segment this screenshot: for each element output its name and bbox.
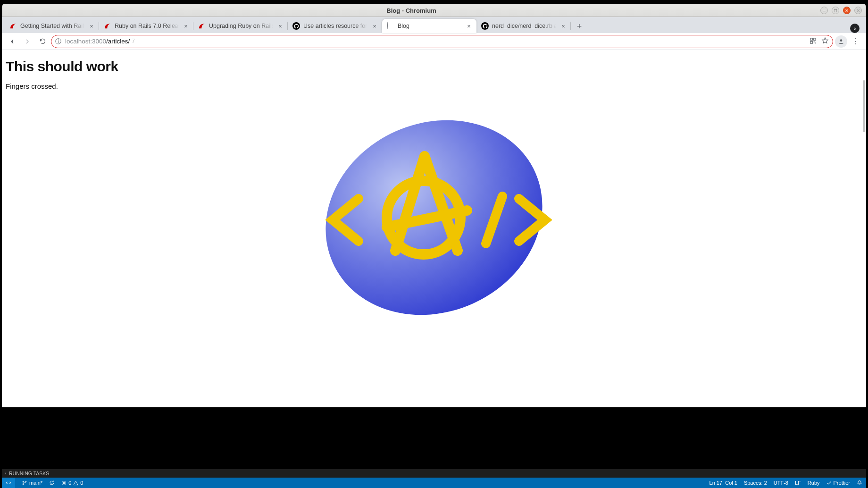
browser-tab[interactable]: Blog× bbox=[382, 19, 476, 33]
browser-tab[interactable]: Getting Started with Rails× bbox=[5, 19, 99, 33]
tab-title: nerd_dice/nerd_dice.rb at bbox=[492, 23, 556, 29]
tab-close-button[interactable]: × bbox=[371, 22, 378, 30]
url-text: localhost:3000/articles/7 bbox=[65, 38, 806, 45]
vscode-panel-header[interactable]: › RUNNING TASKS bbox=[2, 469, 866, 478]
page-viewport: This should work Fingers crossed. bbox=[2, 50, 866, 407]
tab-close-button[interactable]: × bbox=[88, 22, 95, 30]
secondary-close-button[interactable]: ✕ bbox=[854, 7, 862, 14]
back-button[interactable] bbox=[6, 35, 19, 48]
maximize-button[interactable]: □ bbox=[832, 7, 839, 14]
problems-indicator[interactable]: 0 0 bbox=[61, 480, 83, 486]
minimize-button[interactable]: – bbox=[820, 7, 828, 14]
qr-icon[interactable] bbox=[810, 37, 817, 46]
page-heading: This should work bbox=[6, 59, 862, 75]
vscode-status-bar: main* 0 0 Ln 17, Col 1 Spaces: 2 UTF-8 L… bbox=[2, 478, 866, 488]
eol[interactable]: LF bbox=[795, 480, 801, 486]
svg-rect-1 bbox=[814, 38, 816, 40]
tab-close-button[interactable]: × bbox=[559, 22, 567, 30]
svg-point-9 bbox=[23, 484, 24, 485]
remote-indicator[interactable] bbox=[2, 478, 15, 488]
tab-title: Getting Started with Rails bbox=[20, 23, 84, 29]
panel-label: RUNNING TASKS bbox=[9, 471, 49, 476]
svg-rect-0 bbox=[810, 38, 812, 40]
profile-button[interactable] bbox=[835, 35, 847, 48]
os-titlebar: Blog - Chromium – □ ✕ ✕ bbox=[2, 4, 866, 17]
forward-button[interactable] bbox=[21, 35, 34, 48]
tab-strip: Getting Started with Rails×Ruby on Rails… bbox=[2, 17, 866, 33]
new-tab-button[interactable]: + bbox=[573, 20, 586, 33]
address-bar[interactable]: ⓘ localhost:3000/articles/7 bbox=[51, 35, 833, 48]
browser-tab[interactable]: Use articles resource for r× bbox=[288, 19, 382, 33]
tab-title: Blog bbox=[398, 23, 462, 29]
svg-rect-2 bbox=[810, 41, 812, 43]
browser-tab[interactable]: nerd_dice/nerd_dice.rb at× bbox=[476, 19, 571, 33]
kebab-menu-button[interactable]: ⋮ bbox=[849, 35, 862, 48]
indentation[interactable]: Spaces: 2 bbox=[744, 480, 767, 486]
tab-title: Ruby on Rails 7.0 Release bbox=[115, 23, 179, 29]
encoding[interactable]: UTF-8 bbox=[774, 480, 788, 486]
scrollbar[interactable] bbox=[863, 80, 865, 132]
git-branch[interactable]: main* bbox=[22, 480, 42, 486]
svg-point-10 bbox=[25, 481, 27, 482]
prettier-status[interactable]: Prettier bbox=[826, 480, 850, 486]
close-window-button[interactable]: ✕ bbox=[843, 7, 851, 14]
bookmark-star-icon[interactable] bbox=[821, 37, 829, 46]
site-info-icon[interactable]: ⓘ bbox=[55, 37, 61, 46]
window-title: Blog - Chromium bbox=[2, 7, 820, 14]
browser-toolbar: ⓘ localhost:3000/articles/7 ⋮ bbox=[2, 33, 866, 50]
browser-chrome: Getting Started with Rails×Ruby on Rails… bbox=[2, 17, 866, 407]
chevron-right-icon: › bbox=[5, 471, 6, 476]
tab-title: Upgrading Ruby on Rails bbox=[209, 23, 273, 29]
language-mode[interactable]: Ruby bbox=[808, 480, 820, 486]
cursor-position[interactable]: Ln 17, Col 1 bbox=[709, 480, 737, 486]
tab-close-button[interactable]: × bbox=[182, 22, 190, 30]
svg-point-5 bbox=[840, 39, 843, 42]
notifications-icon[interactable] bbox=[857, 480, 862, 486]
svg-point-8 bbox=[23, 481, 24, 482]
tab-close-button[interactable]: × bbox=[465, 22, 473, 30]
tab-title: Use articles resource for r bbox=[303, 23, 367, 29]
media-indicator-icon[interactable]: ♪ bbox=[850, 24, 860, 33]
svg-rect-3 bbox=[814, 41, 815, 42]
reload-button[interactable] bbox=[36, 35, 49, 48]
tab-close-button[interactable]: × bbox=[276, 22, 284, 30]
sync-button[interactable] bbox=[49, 480, 55, 486]
page-body-text: Fingers crossed. bbox=[6, 82, 862, 90]
browser-tab[interactable]: Upgrading Ruby on Rails× bbox=[193, 19, 288, 33]
browser-tab[interactable]: Ruby on Rails 7.0 Release× bbox=[99, 19, 193, 33]
page-logo bbox=[6, 100, 862, 337]
svg-rect-4 bbox=[815, 42, 816, 43]
